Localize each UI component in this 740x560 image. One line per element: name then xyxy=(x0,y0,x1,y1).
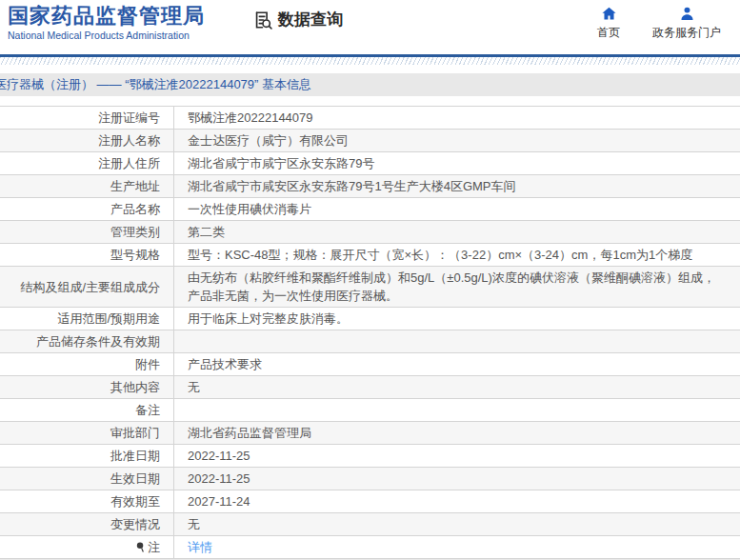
row-label: 附件 xyxy=(0,353,174,375)
stripe-band xyxy=(0,57,740,65)
row-label: 产品名称 xyxy=(0,198,174,220)
table-row: 注册人名称金士达医疗（咸宁）有限公司 xyxy=(0,130,740,152)
table-row: 备注 xyxy=(0,399,740,422)
row-label: 结构及组成/主要组成成分 xyxy=(0,267,174,307)
row-value-text: 2027-11-24 xyxy=(188,492,250,510)
row-value-text: 由无纺布（粘胶纤维和聚酯纤维制成）和5g/L（±0.5g/L)浓度的碘伏溶液（聚… xyxy=(188,269,727,305)
row-value: 湖北省咸宁市咸安区永安东路79号1号生产大楼4区GMP车间 xyxy=(174,175,740,197)
row-label: 产品储存条件及有效期 xyxy=(0,330,174,352)
note-balloon-icon xyxy=(136,542,145,553)
nav-home-label: 首页 xyxy=(597,25,620,41)
row-value: 湖北省药品监督管理局 xyxy=(174,422,740,444)
row-label-text: 结构及组成/主要组成成分 xyxy=(20,278,160,296)
row-value: 鄂械注准20222144079 xyxy=(174,107,740,129)
row-value: 用于临床上对完整皮肤消毒。 xyxy=(174,308,740,330)
row-value-text: 湖北省咸宁市咸宁区永安东路79号 xyxy=(188,154,374,172)
row-label-text: 备注 xyxy=(135,401,160,419)
row-label-text: 产品名称 xyxy=(110,200,160,218)
row-value-text: 产品技术要求 xyxy=(188,355,262,373)
row-label-text: 适用范围/预期用途 xyxy=(57,310,160,328)
row-value: 2027-11-24 xyxy=(174,490,740,512)
row-value xyxy=(174,330,740,352)
data-query-label: 数据查询 xyxy=(278,9,343,30)
header-nav: 首页 政务服务门户 xyxy=(590,0,740,41)
row-label: 其他内容 xyxy=(0,376,174,398)
row-label: 注 xyxy=(0,536,174,558)
row-label-text: 注册人名称 xyxy=(98,131,160,150)
row-value-text: 型号：KSC-48型；规格：展开尺寸（宽×长）：（3-22）cm×（3-24）c… xyxy=(188,246,692,264)
row-label-text: 其他内容 xyxy=(110,378,160,396)
table-row: 管理类别第二类 xyxy=(0,221,740,244)
row-value-text: 2022-11-25 xyxy=(188,470,250,488)
row-label-text: 注册证编号 xyxy=(98,109,160,127)
row-value xyxy=(174,399,740,421)
user-icon xyxy=(679,6,695,22)
row-value: 一次性使用碘伏消毒片 xyxy=(174,198,740,220)
row-label: 批准日期 xyxy=(0,445,174,467)
table-row: 注详情 xyxy=(0,536,740,559)
nav-home[interactable]: 首页 xyxy=(590,6,628,41)
row-value: 湖北省咸宁市咸宁区永安东路79号 xyxy=(174,152,740,174)
row-value: 2022-11-25 xyxy=(174,445,740,467)
logo-title: 国家药品监督管理局 xyxy=(8,4,205,29)
row-label: 备注 xyxy=(0,399,174,421)
row-value-text: 鄂械注准20222144079 xyxy=(188,109,313,127)
row-value: 无 xyxy=(174,513,740,535)
logo-subtitle: National Medical Products Administration xyxy=(8,30,205,41)
row-value-text: 金士达医疗（咸宁）有限公司 xyxy=(188,131,349,150)
document-search-icon xyxy=(252,10,273,30)
row-label-text: 生效日期 xyxy=(110,470,160,488)
row-label: 有效期至 xyxy=(0,490,174,512)
table-row: 型号规格型号：KSC-48型；规格：展开尺寸（宽×长）：（3-22）cm×（3-… xyxy=(0,244,740,267)
table-row: 审批部门湖北省药品监督管理局 xyxy=(0,422,740,445)
row-label: 型号规格 xyxy=(0,244,174,266)
row-label-text: 有效期至 xyxy=(110,492,160,510)
data-query-section[interactable]: 数据查询 xyxy=(252,9,343,30)
home-icon xyxy=(601,6,617,22)
row-value: 金士达医疗（咸宁）有限公司 xyxy=(174,130,740,151)
table-row: 结构及组成/主要组成成分由无纺布（粘胶纤维和聚酯纤维制成）和5g/L（±0.5g… xyxy=(0,267,740,308)
row-label-text: 型号规格 xyxy=(110,246,160,264)
row-label-text: 生产地址 xyxy=(110,177,160,195)
breadcrumb-bar: 医疗器械（注册） —— “鄂械注准20222144079” 基本信息 xyxy=(0,73,740,96)
row-label-text: 审批部门 xyxy=(110,424,160,442)
table-row: 附件产品技术要求 xyxy=(0,353,740,376)
row-value: 无 xyxy=(174,376,740,398)
details-link[interactable]: 详情 xyxy=(188,538,212,556)
table-row: 其他内容无 xyxy=(0,376,740,399)
table-row: 生效日期2022-11-25 xyxy=(0,468,740,490)
row-value-text: 2022-11-25 xyxy=(188,447,250,465)
row-value-text: 无 xyxy=(188,378,200,396)
row-value: 第二类 xyxy=(174,221,740,243)
row-value-text: 湖北省咸宁市咸安区永安东路79号1号生产大楼4区GMP车间 xyxy=(188,177,516,195)
row-label: 注册人住所 xyxy=(0,152,174,174)
row-value-text: 无 xyxy=(188,515,200,533)
row-value-text: 湖北省药品监督管理局 xyxy=(188,424,311,442)
row-label: 审批部门 xyxy=(0,422,174,444)
page: 国家药品监督管理局 National Medical Products Admi… xyxy=(0,0,740,560)
row-value-text: 用于临床上对完整皮肤消毒。 xyxy=(188,310,349,328)
row-label-text: 附件 xyxy=(135,355,160,373)
table-row: 注册人住所湖北省咸宁市咸宁区永安东路79号 xyxy=(0,152,740,175)
table-row: 批准日期2022-11-25 xyxy=(0,445,740,468)
nav-gov-portal-label: 政务服务门户 xyxy=(652,25,721,41)
row-value: 型号：KSC-48型；规格：展开尺寸（宽×长）：（3-22）cm×（3-24）c… xyxy=(174,244,740,266)
table-row: 有效期至2027-11-24 xyxy=(0,490,740,513)
table-row: 适用范围/预期用途用于临床上对完整皮肤消毒。 xyxy=(0,308,740,330)
row-label-text: 注册人住所 xyxy=(98,154,160,172)
row-label-text: 注 xyxy=(148,538,160,556)
breadcrumb: 医疗器械（注册） —— “鄂械注准20222144079” 基本信息 xyxy=(0,76,311,93)
row-label-text: 批准日期 xyxy=(110,447,160,465)
table-row: 变更情况无 xyxy=(0,513,740,536)
row-label: 生效日期 xyxy=(0,468,174,490)
row-value-text: 一次性使用碘伏消毒片 xyxy=(188,200,311,218)
info-table: 注册证编号鄂械注准20222144079注册人名称金士达医疗（咸宁）有限公司注册… xyxy=(0,106,740,559)
row-label: 适用范围/预期用途 xyxy=(0,308,174,330)
row-label-text: 产品储存条件及有效期 xyxy=(36,332,160,350)
header: 国家药品监督管理局 National Medical Products Admi… xyxy=(0,0,740,54)
table-row: 产品储存条件及有效期 xyxy=(0,330,740,353)
row-label: 管理类别 xyxy=(0,221,174,243)
table-row: 生产地址湖北省咸宁市咸安区永安东路79号1号生产大楼4区GMP车间 xyxy=(0,175,740,198)
nav-gov-portal[interactable]: 政务服务门户 xyxy=(652,6,721,41)
row-value-text: 第二类 xyxy=(188,223,225,241)
